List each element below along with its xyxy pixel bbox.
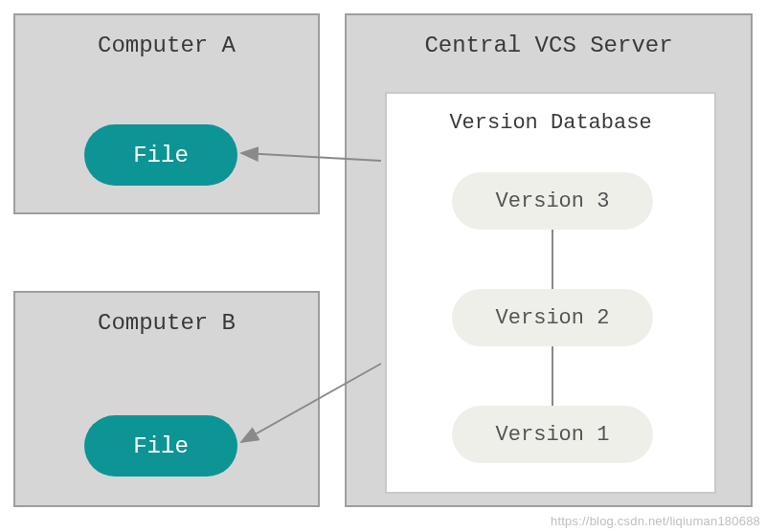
version-database-panel: Version Database Version 3 Version 2 Ver… bbox=[385, 92, 716, 494]
version-connector-line bbox=[552, 230, 553, 289]
computer-b-file-pill: File bbox=[84, 415, 237, 477]
computer-b-file-label: File bbox=[133, 433, 189, 459]
server-title: Central VCS Server bbox=[347, 15, 751, 58]
version-connector-line bbox=[552, 346, 553, 406]
version-2-label: Version 2 bbox=[496, 306, 610, 330]
version-1-pill: Version 1 bbox=[452, 406, 653, 463]
server-box: Central VCS Server Version Database Vers… bbox=[345, 13, 753, 507]
watermark-text: https://blog.csdn.net/liqiuman180688 bbox=[551, 514, 760, 528]
version-database-title: Version Database bbox=[387, 94, 714, 135]
computer-b-box: Computer B File bbox=[13, 291, 320, 507]
version-2-pill: Version 2 bbox=[452, 289, 653, 346]
computer-a-box: Computer A File bbox=[13, 13, 320, 214]
version-3-pill: Version 3 bbox=[452, 172, 653, 230]
version-3-label: Version 3 bbox=[496, 189, 610, 213]
computer-a-title: Computer A bbox=[15, 15, 318, 58]
computer-a-file-label: File bbox=[133, 143, 189, 168]
version-1-label: Version 1 bbox=[496, 423, 610, 447]
computer-a-file-pill: File bbox=[84, 124, 237, 186]
computer-b-title: Computer B bbox=[15, 293, 318, 336]
